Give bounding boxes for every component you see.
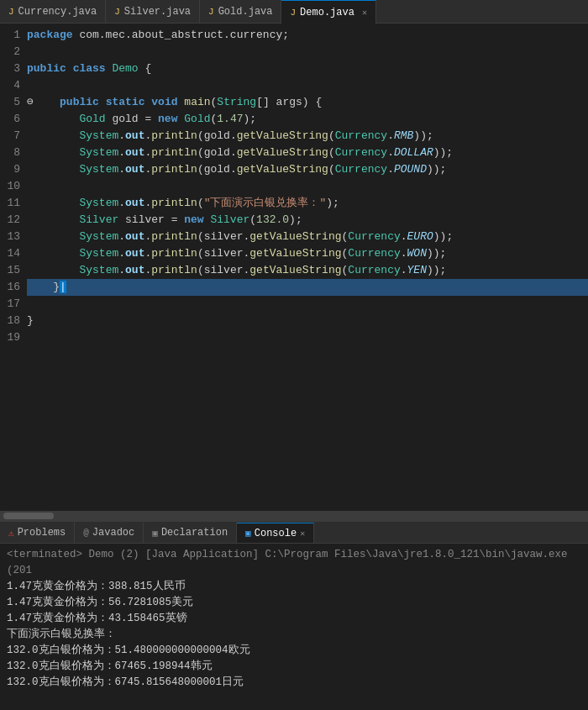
console-line-6: 132.0克白银价格为：67465.198944韩元: [7, 659, 581, 675]
console-line-2: 1.47克黄金价格为：56.7281085美元: [7, 595, 581, 611]
tab-silver[interactable]: J Silver.java: [106, 0, 200, 24]
tab-console[interactable]: ▣ Console ✕: [237, 523, 314, 543]
console-line-1: 1.47克黄金价格为：388.815人民币: [7, 579, 581, 595]
console-icon: ▣: [245, 528, 251, 539]
tab-silver-label: Silver.java: [124, 6, 191, 18]
h-scrollbar-thumb[interactable]: [3, 513, 54, 519]
tab-demo-label: Demo.java: [300, 7, 354, 18]
code-line-13: System.out.println(silver.getValueString…: [27, 229, 588, 245]
console-output: <terminated> Demo (2) [Java Application]…: [0, 544, 588, 710]
code-line-5: ⊖ public static void main(String[] args)…: [27, 94, 588, 111]
currency-file-icon: J: [8, 7, 14, 17]
code-line-12: Silver silver = new Silver(132.0);: [27, 212, 588, 229]
bottom-panel: ⚠ Problems @ Javadoc ▣ Declaration ▣ Con…: [0, 521, 588, 710]
tab-bar: J Currency.java J Silver.java J Gold.jav…: [0, 0, 588, 24]
javadoc-icon: @: [83, 528, 89, 538]
tab-javadoc[interactable]: @ Javadoc: [75, 523, 144, 543]
tab-declaration[interactable]: ▣ Declaration: [144, 523, 237, 543]
code-line-10: [27, 178, 588, 195]
bottom-tab-bar: ⚠ Problems @ Javadoc ▣ Declaration ▣ Con…: [0, 522, 588, 544]
editor-area: 1 2 3 4 5 6 7 8 9 10 11 12 13 14 15 16 1…: [0, 24, 588, 511]
code-line-6: Gold gold = new Gold(1.47);: [27, 111, 588, 128]
console-line-5: 132.0克白银价格为：51.480000000000004欧元: [7, 643, 581, 659]
silver-file-icon: J: [114, 7, 120, 17]
tab-problems[interactable]: ⚠ Problems: [0, 523, 75, 543]
tab-currency-label: Currency.java: [18, 6, 97, 18]
tab-gold[interactable]: J Gold.java: [200, 0, 281, 24]
code-line-15: System.out.println(silver.getValueString…: [27, 262, 588, 279]
terminated-text: <terminated> Demo (2) [Java Application]…: [7, 549, 568, 576]
problems-icon: ⚠: [8, 528, 14, 539]
code-line-1: package com.mec.about_abstruct.currency;: [27, 27, 588, 44]
code-line-2: [27, 44, 588, 60]
horizontal-scrollbar[interactable]: [0, 511, 588, 521]
code-line-16: }|: [27, 279, 588, 296]
code-line-9: System.out.println(gold.getValueString(C…: [27, 161, 588, 178]
code-content[interactable]: package com.mec.about_abstruct.currency;…: [27, 24, 588, 511]
code-line-11: System.out.println("下面演示白银兑换率：");: [27, 195, 588, 212]
tab-demo-close[interactable]: ✕: [362, 8, 367, 18]
code-line-18: }: [27, 313, 588, 329]
tab-javadoc-label: Javadoc: [92, 527, 134, 539]
tab-currency[interactable]: J Currency.java: [0, 0, 106, 24]
tab-gold-label: Gold.java: [218, 6, 273, 18]
tab-demo[interactable]: J Demo.java ✕: [281, 0, 375, 24]
code-line-7: System.out.println(gold.getValueString(C…: [27, 128, 588, 145]
gold-file-icon: J: [208, 7, 214, 17]
code-line-8: System.out.println(gold.getValueString(C…: [27, 145, 588, 161]
console-line-4: 下面演示白银兑换率：: [7, 627, 581, 643]
code-line-19: [27, 329, 588, 346]
console-line-3: 1.47克黄金价格为：43.158465英镑: [7, 611, 581, 627]
tab-declaration-label: Declaration: [161, 527, 228, 539]
code-line-3: public class Demo {: [27, 60, 588, 77]
line-numbers: 1 2 3 4 5 6 7 8 9 10 11 12 13 14 15 16 1…: [0, 24, 27, 511]
console-line-7: 132.0克白银价格为：6745.815648000001日元: [7, 675, 581, 691]
declaration-icon: ▣: [152, 528, 158, 539]
tab-console-close[interactable]: ✕: [300, 529, 305, 539]
console-terminated-line: <terminated> Demo (2) [Java Application]…: [7, 547, 581, 579]
tab-problems-label: Problems: [18, 527, 66, 539]
code-line-14: System.out.println(silver.getValueString…: [27, 245, 588, 262]
code-line-4: [27, 77, 588, 94]
tab-console-label: Console: [255, 528, 297, 539]
code-line-17: [27, 296, 588, 313]
demo-file-icon: J: [290, 8, 296, 18]
